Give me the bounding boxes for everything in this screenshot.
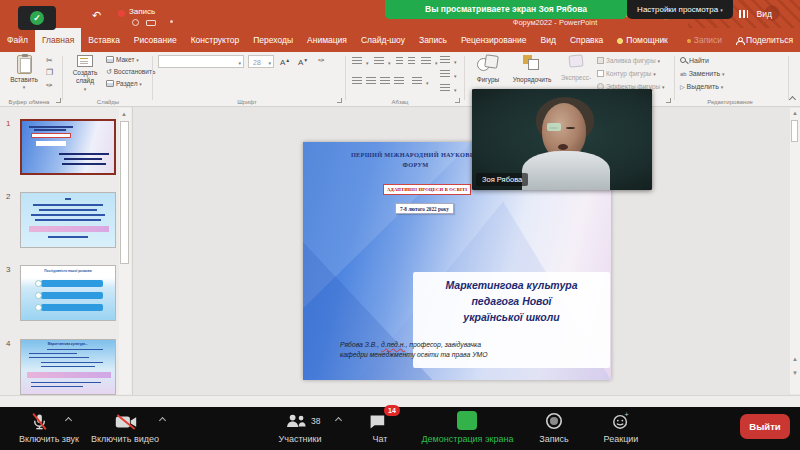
view-options-dropdown[interactable]: Настройки просмотра ▾ xyxy=(627,0,733,19)
next-slide-icon[interactable]: ▼ xyxy=(792,370,798,376)
participant-video-tile[interactable]: Зоя Рябова xyxy=(472,89,652,190)
tab-review[interactable]: Рецензирование xyxy=(454,28,534,52)
dropdown-arrow-icon: ▾ xyxy=(66,86,104,92)
line-spacing-button[interactable]: ▾ xyxy=(421,57,438,66)
view-button[interactable]: Вид xyxy=(757,9,772,19)
tab-transitions[interactable]: Переходы xyxy=(246,28,300,52)
undo-icon[interactable]: ↶ xyxy=(92,9,101,22)
paragraph-group-label: Абзац xyxy=(352,99,448,105)
participants-chevron-icon[interactable] xyxy=(335,417,342,424)
reset-icon: ↺ xyxy=(106,68,112,75)
align-left-button[interactable] xyxy=(352,77,366,86)
tab-notes[interactable]: Записи xyxy=(680,28,729,52)
select-button[interactable]: ▷ Выделить ▾ xyxy=(680,83,723,90)
drawing-dialog-launcher[interactable] xyxy=(666,98,671,103)
tab-view[interactable]: Вид xyxy=(534,28,563,52)
shape-fill-button[interactable]: Заливка фигуры ▾ xyxy=(597,57,660,64)
section-button[interactable]: Раздел ▾ xyxy=(106,80,142,87)
record-icon[interactable] xyxy=(545,412,563,430)
tab-animations[interactable]: Анимация xyxy=(300,28,354,52)
down-arrow-icon: ▼ xyxy=(303,57,308,63)
tab-draw[interactable]: Рисование xyxy=(127,28,184,52)
replace-button[interactable]: ab Заменить ▾ xyxy=(680,70,725,77)
leave-meeting-button[interactable]: Выйти xyxy=(740,414,790,439)
text-direction-button[interactable]: ▾ xyxy=(440,56,457,65)
justify-button[interactable] xyxy=(394,77,408,86)
tab-help[interactable]: Справка xyxy=(563,28,610,52)
clipboard-dialog-launcher[interactable] xyxy=(56,98,61,103)
share-button[interactable]: Поделиться xyxy=(729,28,800,52)
find-button[interactable]: Найти xyxy=(680,57,709,64)
tab-file[interactable]: Файл xyxy=(0,28,35,52)
slide-thumbnail-3[interactable]: Послідовність нашої розмови xyxy=(20,265,116,321)
format-painter-icon[interactable]: ✑ xyxy=(46,81,53,90)
paragraph-dialog-launcher[interactable] xyxy=(455,98,460,103)
clear-formatting-icon[interactable]: ✑ xyxy=(318,56,325,65)
scroll-up-icon[interactable]: ▲ xyxy=(121,111,127,117)
columns-button[interactable]: ▾ xyxy=(412,77,429,86)
shrink-font-button[interactable]: А▼ xyxy=(298,57,308,67)
share-screen-button[interactable]: Демонстрация экрана xyxy=(415,434,520,444)
scroll-up-icon[interactable]: ▲ xyxy=(792,110,798,116)
camera-muted-icon[interactable] xyxy=(115,414,137,430)
chat-icon[interactable] xyxy=(368,414,386,430)
tab-record[interactable]: Запись xyxy=(412,28,454,52)
participants-icon[interactable] xyxy=(285,413,307,429)
mic-muted-icon[interactable] xyxy=(30,412,49,431)
font-name-combo[interactable]: ▾ xyxy=(158,55,244,68)
quick-styles-button[interactable]: Экспресс- xyxy=(556,55,596,82)
start-video-button[interactable]: Включить видео xyxy=(70,434,180,444)
font-size-value: 28 xyxy=(249,59,265,66)
chat-button[interactable]: Чат xyxy=(346,434,414,444)
arrange-button[interactable]: Упорядочить xyxy=(508,55,556,84)
scrollbar-thumb[interactable] xyxy=(791,120,798,142)
slide-title-line1: Маркетингова культура xyxy=(445,279,577,291)
bullets-button[interactable]: ▾ xyxy=(352,57,369,66)
record-circle-icon[interactable] xyxy=(132,19,139,26)
video-options-chevron-icon[interactable] xyxy=(159,417,166,424)
reset-button[interactable]: ↺ Восстановить xyxy=(106,68,155,76)
shape-outline-button[interactable]: Контур фигуры ▾ xyxy=(597,70,656,77)
font-dialog-launcher[interactable] xyxy=(337,98,342,103)
cut-icon[interactable]: ✂ xyxy=(46,56,53,65)
align-right-button[interactable] xyxy=(380,77,394,86)
align-center-button[interactable] xyxy=(366,77,380,86)
paste-button[interactable]: Вставить ▾ xyxy=(4,55,44,90)
share-screen-icon[interactable] xyxy=(457,411,477,430)
lightbulb-icon xyxy=(617,38,623,44)
convert-smartart-button[interactable]: ▾ xyxy=(440,84,457,93)
mouth xyxy=(558,144,568,150)
layout-button[interactable]: Макет ▾ xyxy=(106,56,139,63)
tab-home[interactable]: Главная xyxy=(35,28,81,52)
participants-button[interactable]: Участники xyxy=(255,434,345,444)
align-text-button[interactable]: ▾ xyxy=(440,70,457,79)
screen-record-icon[interactable] xyxy=(146,20,156,26)
reactions-button[interactable]: Реакции xyxy=(586,434,656,444)
slide-thumbnail-4[interactable]: Маркетингова культура… xyxy=(20,339,116,395)
decrease-indent-button[interactable] xyxy=(396,57,407,66)
font-size-combo[interactable]: 28 ▾ xyxy=(248,55,274,68)
new-slide-button[interactable]: Создать слайд ▾ xyxy=(66,55,104,92)
copy-icon[interactable]: ❐ xyxy=(46,68,53,77)
previous-slide-icon[interactable]: ▲ xyxy=(792,356,798,362)
increase-indent-button[interactable] xyxy=(408,57,419,66)
numbering-button[interactable]: ▾ xyxy=(374,57,391,66)
shapes-button[interactable]: Фигуры xyxy=(468,55,508,84)
tab-insert[interactable]: Вставка xyxy=(81,28,127,52)
record-button[interactable]: Запись xyxy=(520,434,588,444)
customize-qat-icon[interactable] xyxy=(170,20,173,23)
dropdown-arrow-icon: ▾ xyxy=(657,58,660,64)
thumbnail-number: 2 xyxy=(6,192,10,201)
slide-thumbnail-2[interactable] xyxy=(20,192,116,248)
scrollbar-thumb[interactable] xyxy=(120,121,129,264)
collapse-ribbon-icon[interactable] xyxy=(789,96,796,103)
thumbnail-scrollbar[interactable]: ▲ xyxy=(119,108,131,394)
tab-design[interactable]: Конструктор xyxy=(184,28,246,52)
mic-options-chevron-icon[interactable] xyxy=(65,417,72,424)
grow-font-button[interactable]: А▲ xyxy=(280,57,290,67)
slide-thumbnail-1[interactable] xyxy=(20,119,116,175)
tab-assistant[interactable]: Помощник xyxy=(610,28,675,52)
main-scrollbar[interactable]: ▲ ▲ ▼ xyxy=(790,108,800,394)
tab-slideshow[interactable]: Слайд-шоу xyxy=(354,28,412,52)
reactions-smiley-icon[interactable]: + xyxy=(612,412,630,430)
